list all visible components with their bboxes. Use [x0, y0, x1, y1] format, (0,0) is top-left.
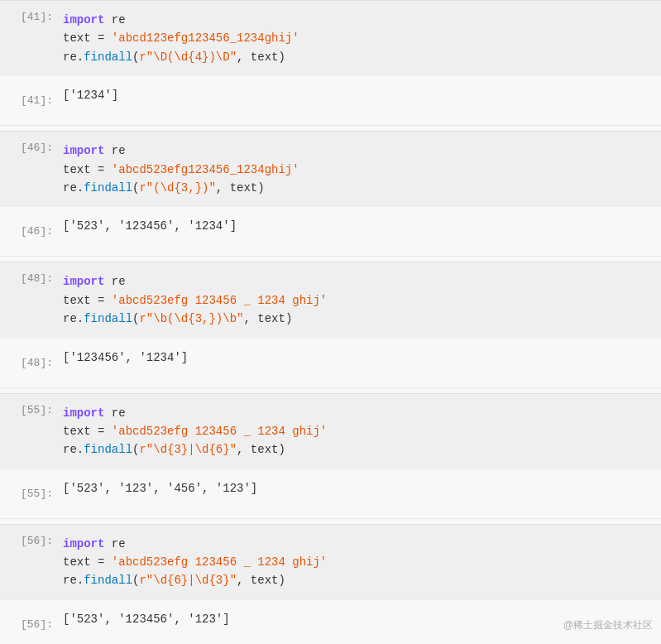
cell-input: [46]:import retext = 'abcd523efg123456_1… [0, 131, 661, 207]
code-token-fn: findall [84, 312, 132, 325]
code-token-plain [104, 555, 111, 569]
code-line: import re [63, 142, 653, 160]
code-token-plain: re. [63, 312, 84, 325]
code-line: re.findall(r"\b(\d{3,})\b", text) [63, 310, 653, 328]
code-token-fn: findall [84, 50, 132, 64]
code-token-kw: import [63, 406, 104, 420]
cell-code[interactable]: import retext = 'abcd523efg 123456 _ 123… [60, 262, 661, 338]
cell-block: [48]:import retext = 'abcd523efg 123456 … [0, 262, 661, 387]
cell-block: [46]:import retext = 'abcd523efg123456_1… [0, 131, 661, 257]
code-token-plain: , text) [243, 312, 292, 325]
code-token-plain: , text) [237, 574, 285, 587]
watermark: @稀土掘金技术社区 [563, 618, 653, 632]
code-token-plain: , text) [237, 50, 285, 64]
cell-code[interactable]: import retext = 'abcd523efg 123456 _ 123… [60, 525, 661, 600]
code-token-str: r"\b(\d{3,})\b" [139, 312, 243, 325]
cell-number-input: [46]: [0, 132, 60, 207]
code-line: text = 'abcd523efg 123456 _ 1234 ghij' [63, 422, 653, 440]
cell-input: [56]:import retext = 'abcd523efg 123456 … [0, 524, 661, 600]
cell-output: [46]:['523', '123456', '1234'] [0, 207, 661, 257]
code-line: re.findall(r"\d{6}|\d{3}", text) [63, 571, 653, 589]
code-token-fn: findall [84, 181, 132, 195]
code-token-str: 'abcd123efg123456_1234ghij' [112, 31, 299, 45]
code-token-str: r"\d{6}|\d{3}" [139, 574, 237, 587]
code-token-kw: import [63, 537, 104, 550]
code-line: re.findall(r"\d{3}|\d{6}", text) [63, 440, 653, 459]
code-token-str: 'abcd523efg 123456 _ 1234 ghij' [112, 425, 327, 438]
notebook: [41]:import retext = 'abcd123efg123456_1… [0, 0, 661, 644]
code-token-plain: re [104, 537, 125, 550]
code-token-kw: import [63, 13, 104, 26]
cell-block: [56]:import retext = 'abcd523efg 123456 … [0, 524, 661, 644]
code-token-str: 'abcd523efg 123456 _ 1234 ghij' [112, 294, 327, 307]
cell-output-text: ['523', '123456', '1234'] [60, 215, 661, 237]
cell-number-input: [48]: [0, 262, 60, 338]
cell-input: [48]:import retext = 'abcd523efg 123456 … [0, 262, 661, 338]
code-token-plain: text [63, 163, 98, 176]
code-token-plain: re [104, 275, 125, 288]
code-token-plain: re. [63, 181, 84, 195]
cell-number-output: [55]: [0, 478, 60, 510]
cell-output: [56]:['523', '123456', '123'] [0, 600, 661, 644]
code-token-fn: findall [84, 443, 132, 456]
cell-output: [48]:['123456', '1234'] [0, 339, 661, 388]
code-token-plain: re [104, 13, 125, 26]
code-token-str: r"(\d{3,})" [139, 181, 215, 195]
code-line: import re [63, 11, 653, 29]
code-token-str: 'abcd523efg 123456 _ 1234 ghij' [112, 555, 327, 569]
code-line: text = 'abcd523efg 123456 _ 1234 ghij' [63, 291, 653, 310]
cell-number-output: [46]: [0, 215, 60, 248]
code-token-kw: import [63, 275, 104, 288]
cell-output: [55]:['523', '123', '456', '123'] [0, 469, 661, 519]
code-line: re.findall(r"(\d{3,})", text) [63, 179, 653, 197]
cell-output-text: ['123456', '1234'] [60, 347, 661, 368]
cell-number-output: [48]: [0, 347, 60, 379]
code-token-plain [104, 31, 111, 45]
code-token-plain: re [104, 406, 125, 420]
code-line: text = 'abcd523efg123456_1234ghij' [63, 161, 653, 179]
code-line: text = 'abcd123efg123456_1234ghij' [63, 29, 653, 47]
code-token-plain: re. [63, 574, 84, 587]
code-token-plain: , text) [237, 443, 285, 456]
code-line: import re [63, 404, 653, 422]
cell-output-text: ['523', '123', '456', '123'] [60, 478, 661, 499]
code-token-plain: re. [63, 443, 84, 456]
cell-number-input: [41]: [0, 1, 60, 76]
cell-number-output: [41]: [0, 84, 60, 117]
cell-output: [41]:['1234'] [0, 76, 661, 126]
cell-code[interactable]: import retext = 'abcd123efg123456_1234gh… [60, 1, 661, 76]
code-token-plain [104, 425, 111, 438]
cell-block: [41]:import retext = 'abcd123efg123456_1… [0, 0, 661, 126]
code-token-plain: , text) [216, 181, 265, 195]
code-token-str: r"\D(\d{4})\D" [139, 50, 237, 64]
code-token-plain: re [104, 144, 125, 157]
code-line: import re [63, 535, 653, 553]
code-token-str: r"\d{3}|\d{6}" [139, 443, 237, 456]
code-token-plain: re. [63, 50, 84, 64]
code-token-plain: text [63, 31, 98, 45]
cell-code[interactable]: import retext = 'abcd523efg123456_1234gh… [60, 132, 661, 207]
code-token-plain [104, 163, 111, 176]
code-token-str: 'abcd523efg123456_1234ghij' [112, 163, 299, 176]
code-token-plain: text [63, 425, 98, 438]
cell-number-output: [56]: [0, 608, 60, 641]
code-line: text = 'abcd523efg 123456 _ 1234 ghij' [63, 553, 653, 571]
cell-number-input: [56]: [0, 525, 60, 600]
cell-number-input: [55]: [0, 394, 60, 469]
code-token-fn: findall [84, 574, 132, 587]
cell-code[interactable]: import retext = 'abcd523efg 123456 _ 123… [60, 394, 661, 469]
code-token-plain [104, 294, 111, 307]
code-line: import re [63, 272, 653, 291]
cell-output-text: ['1234'] [60, 84, 661, 106]
cell-input: [41]:import retext = 'abcd123efg123456_1… [0, 0, 661, 76]
code-token-plain: text [63, 294, 98, 307]
cell-block: [55]:import retext = 'abcd523efg 123456 … [0, 393, 661, 519]
code-token-plain: text [63, 555, 98, 569]
cell-input: [55]:import retext = 'abcd523efg 123456 … [0, 393, 661, 469]
code-token-kw: import [63, 144, 104, 157]
code-line: re.findall(r"\D(\d{4})\D", text) [63, 48, 653, 66]
